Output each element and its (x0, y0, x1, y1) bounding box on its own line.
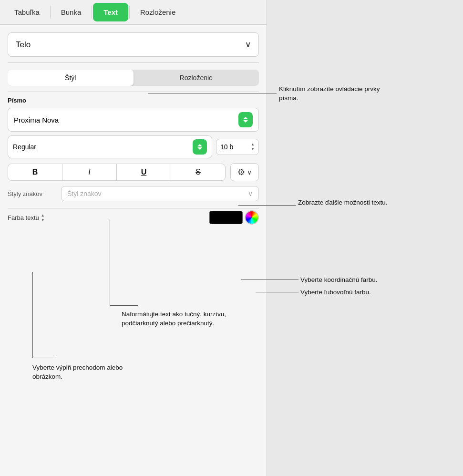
char-styles-label: Štýly znakov (8, 190, 55, 197)
callout-more-options: Zobrazte ďalšie možnosti textu. (298, 198, 388, 207)
italic-button[interactable]: I (62, 164, 117, 180)
font-name-value: Proxima Nova (14, 116, 59, 124)
chevron-down-icon: ∨ (245, 40, 251, 50)
font-size-stepper[interactable]: ▲ ▼ (251, 143, 255, 151)
underline-button[interactable]: U (117, 164, 171, 180)
tab-bunka[interactable]: Bunka (51, 0, 92, 24)
black-color-swatch[interactable] (209, 211, 243, 224)
font-style-field[interactable]: Regular (8, 135, 212, 158)
font-style-value: Regular (13, 143, 36, 151)
inspector-panel: Tabuľka Bunka Text Rozloženie Telo ∨ Štý… (0, 0, 267, 476)
char-styles-dropdown[interactable]: Štýl znakov ∨ (61, 186, 259, 201)
more-options-chevron-icon: ∨ (247, 168, 252, 176)
char-styles-chevron-icon: ∨ (248, 190, 253, 197)
font-style-stepper[interactable] (193, 139, 207, 155)
callout-any-color: Vyberte ľubovoľnú farbu. (300, 288, 371, 297)
bold-button[interactable]: B (8, 164, 62, 180)
stepper-up-icon (243, 117, 248, 119)
tab-text[interactable]: Text (93, 3, 128, 21)
more-text-options-button[interactable]: ⚙ ∨ (230, 163, 259, 181)
divider-3 (8, 208, 259, 208)
font-name-field[interactable]: Proxima Nova (8, 108, 259, 132)
style-size-row: Regular 10 b ▲ ▼ (8, 135, 259, 158)
paragraph-style-dropdown[interactable]: Telo ∨ (8, 32, 259, 57)
paragraph-style-label: Telo (16, 40, 31, 50)
character-styles-row: Štýly znakov Štýl znakov ∨ (8, 186, 259, 201)
size-up-icon: ▲ (251, 143, 255, 146)
font-size-value: 10 b (220, 143, 233, 151)
font-name-row: Proxima Nova (8, 108, 259, 132)
style-stepper-up-icon (197, 144, 202, 146)
color-type-up-icon: ▲ (41, 213, 45, 217)
font-size-field[interactable]: 10 b ▲ ▼ (216, 139, 259, 155)
tab-separator-2 (92, 6, 92, 19)
strikethrough-button[interactable]: S (171, 164, 225, 180)
style-layout-toggle: Štýl Rozloženie (8, 70, 259, 86)
text-format-group: B I U S (8, 164, 226, 181)
tab-rozlozenie[interactable]: Rozloženie (130, 0, 186, 24)
color-type-stepper[interactable]: ▲ ▼ (41, 213, 45, 222)
gear-icon: ⚙ (237, 167, 245, 177)
color-swatches (209, 210, 259, 225)
style-tab-button[interactable]: Štýl (8, 70, 134, 86)
size-down-icon: ▼ (251, 147, 255, 151)
char-styles-value: Štýl znakov (67, 190, 102, 197)
layout-tab-button[interactable]: Rozloženie (134, 70, 259, 86)
color-wheel-button[interactable] (245, 210, 259, 225)
style-stepper-down-icon (197, 147, 202, 150)
tab-bar: Tabuľka Bunka Text Rozloženie (0, 0, 267, 25)
color-type-down-icon: ▼ (41, 218, 45, 222)
divider-2 (8, 92, 259, 92)
text-color-label: Farba textu ▲ ▼ (8, 213, 45, 222)
text-color-row: Farba textu ▲ ▼ (8, 210, 259, 225)
stepper-down-icon (243, 120, 248, 123)
format-buttons-row: B I U S ⚙ ∨ (8, 163, 259, 181)
font-section-label: Písmo (8, 97, 259, 104)
color-label-text: Farba textu (8, 214, 39, 221)
tab-tabulka[interactable]: Tabuľka (4, 0, 50, 24)
divider-1 (8, 62, 259, 63)
callout-font-controls: Kliknutím zobrazíte ovládacie prvky písm… (279, 85, 384, 103)
callout-coord-color: Vyberte koordinačnú farbu. (300, 276, 378, 285)
font-name-stepper[interactable] (238, 112, 253, 127)
